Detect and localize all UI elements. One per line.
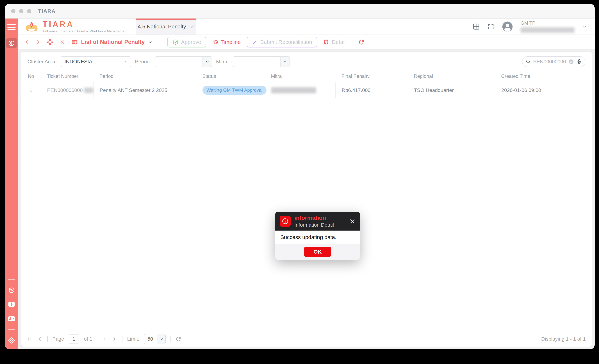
app-logo: T TIARA Telkomsel Integrated Asset & Wor… — [18, 18, 127, 35]
timeline-button[interactable]: Timeline — [212, 39, 241, 45]
pagination-bar: Page of 1 Limit: 50 — [21, 331, 592, 347]
refresh-icon[interactable] — [358, 39, 365, 45]
dialog-message: Success updating data. — [275, 231, 360, 244]
svg-text:T: T — [31, 23, 33, 27]
submit-reconciliation-button[interactable]: Submit Reconciliation — [247, 37, 317, 47]
detail-button[interactable]: Detail — [323, 39, 346, 45]
check-circle-icon — [172, 39, 179, 45]
submit-reconciliation-label: Submit Reconciliation — [260, 39, 312, 45]
list-card: Cluster Area: INDONESIA Period: — [21, 52, 592, 347]
search-input[interactable]: PEN0000000005 — [533, 59, 566, 65]
ticket-suffix-redacted — [84, 88, 93, 93]
forward-icon[interactable] — [35, 40, 40, 44]
limit-label: Limit: — [127, 336, 139, 342]
microphone-icon[interactable] — [576, 59, 582, 65]
pagination-divider — [97, 336, 97, 342]
pagination-divider — [170, 336, 171, 342]
close-window-icon[interactable] — [11, 9, 16, 13]
refresh-icon[interactable] — [176, 336, 181, 342]
contact-card-icon[interactable] — [8, 315, 15, 322]
avatar-icon[interactable] — [502, 21, 513, 32]
info-icon — [280, 216, 291, 227]
clear-icon[interactable] — [568, 59, 574, 65]
displaying-count: Displaying 1 - 1 of 1 — [541, 336, 586, 342]
col-created-time: Created Time — [495, 71, 578, 82]
minimize-window-icon[interactable] — [19, 9, 23, 13]
close-tab-icon[interactable] — [190, 24, 194, 29]
last-page-icon[interactable] — [112, 336, 117, 342]
limit-select-arrow — [158, 334, 166, 344]
chevron-down-icon — [283, 59, 287, 64]
col-period: Period — [93, 71, 196, 82]
close-icon[interactable] — [60, 39, 65, 45]
maximize-window-icon[interactable] — [27, 9, 31, 13]
fullscreen-icon[interactable] — [487, 23, 494, 30]
sidebar-divider — [8, 279, 15, 280]
radar-icon — [8, 39, 15, 47]
information-dialog: information Information Detail Success u… — [275, 212, 360, 260]
cell-regional: TSO Headquarter — [408, 82, 495, 98]
next-page-icon[interactable] — [102, 336, 107, 342]
cell-ticket-number: PEN000000000 — [41, 82, 93, 98]
detail-label: Detail — [332, 39, 346, 45]
page-of-label: of 1 — [84, 336, 92, 342]
prev-page-icon[interactable] — [37, 336, 43, 342]
toolbar: List of National Penalty Approve Ti — [18, 35, 595, 49]
mitra-select[interactable] — [233, 56, 290, 67]
first-page-icon[interactable] — [27, 336, 33, 342]
limit-select[interactable]: 50 — [144, 334, 166, 344]
approve-button[interactable]: Approve — [167, 37, 206, 47]
table-icon — [71, 39, 78, 45]
pagination-divider — [47, 336, 48, 342]
period-select-arrow — [203, 57, 212, 67]
chevron-down-icon[interactable] — [582, 24, 588, 29]
ok-button[interactable]: OK — [304, 247, 331, 257]
search-box[interactable]: PEN0000000005 — [522, 56, 585, 67]
page-input[interactable] — [69, 334, 79, 344]
diamond-logo-icon[interactable] — [8, 337, 15, 344]
brand-tagline: Telkomsel Integrated Asset & Workforce M… — [43, 29, 127, 33]
period-select[interactable] — [155, 56, 212, 67]
mitra-select-arrow — [280, 57, 290, 67]
col-status: Status — [196, 71, 265, 82]
hamburger-icon[interactable] — [7, 24, 16, 30]
dialog-close-icon[interactable] — [349, 218, 355, 224]
cell-no: 1 — [21, 82, 41, 98]
search-icon — [526, 59, 531, 64]
mitra-label: Mitra: — [216, 59, 229, 65]
cell-period: Penalty ANT Semester 2 2025 — [93, 82, 196, 98]
dialog-title: information — [294, 214, 334, 221]
chevron-down-icon[interactable] — [148, 40, 153, 44]
sidebar — [5, 18, 18, 349]
history-icon[interactable] — [8, 286, 15, 294]
limit-value: 50 — [144, 336, 153, 342]
cluster-area-select[interactable]: INDONESIA — [61, 56, 131, 67]
tab-label: 4.5 National Penalty — [138, 24, 186, 30]
dialog-footer: OK — [275, 244, 360, 260]
view-title: List of National Penalty — [81, 39, 145, 45]
content-area: Cluster Area: INDONESIA Period: — [18, 49, 595, 349]
timeline-label: Timeline — [221, 39, 241, 45]
news-card-icon[interactable] — [8, 301, 15, 308]
user-name-redacted — [520, 27, 574, 33]
dialog-subtitle: Information Detail — [294, 222, 334, 228]
back-icon[interactable] — [24, 40, 29, 44]
grid-layout-icon[interactable] — [472, 23, 480, 30]
user-info[interactable]: GM TP — [520, 20, 574, 33]
tab-national-penalty[interactable]: 4.5 National Penalty — [136, 18, 196, 35]
sidebar-divider — [8, 329, 15, 330]
share-nodes-icon[interactable] — [47, 39, 53, 45]
window-controls[interactable] — [11, 9, 31, 13]
col-mitra: Mitra — [265, 71, 335, 82]
view-title-group[interactable]: List of National Penalty — [71, 39, 153, 45]
chevron-down-icon — [159, 337, 164, 341]
table-header: No Ticket Number Period Status Mitra Fin… — [21, 71, 592, 82]
cell-status: Waiting GM TWM Approval — [196, 82, 265, 98]
tab-bar: T TIARA Telkomsel Integrated Asset & Wor… — [18, 18, 595, 35]
toolbar-divider — [352, 38, 352, 46]
tiara-crown-icon: T — [24, 21, 39, 33]
table-row[interactable]: 1 PEN000000000 Penalty ANT Semester 2 20… — [21, 82, 592, 98]
user-role: GM TP — [520, 20, 574, 26]
chevron-down-icon — [123, 59, 127, 64]
sidebar-item-active[interactable] — [6, 38, 17, 48]
